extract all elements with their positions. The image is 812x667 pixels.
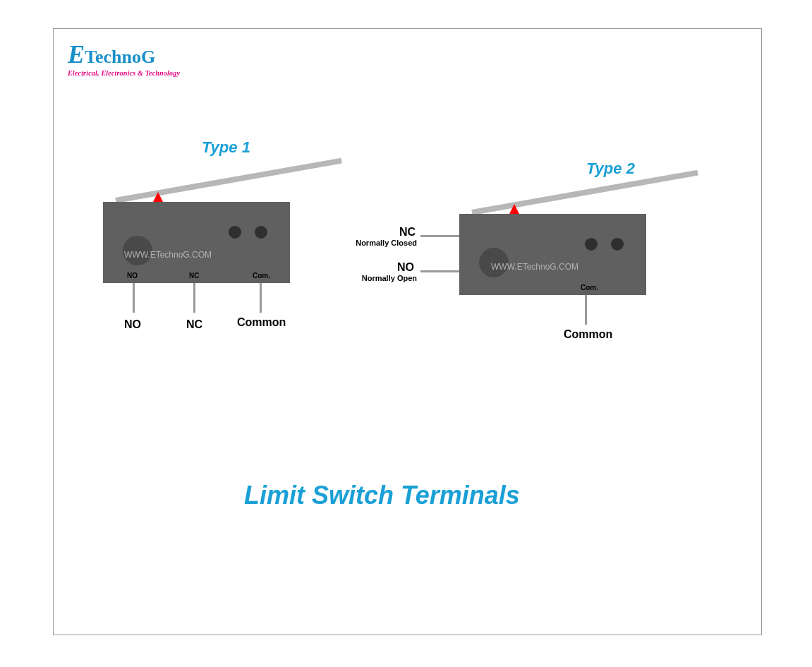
logo-brand-rest: TechnoG: [85, 47, 155, 67]
type2-label-common: Common: [564, 328, 612, 341]
logo-letter-e: E: [68, 40, 85, 68]
type1-hole-small-2: [255, 226, 267, 239]
type2-pin-nc: [420, 235, 459, 237]
type1-label-no: NO: [124, 318, 141, 331]
type2-pin-no: [420, 270, 459, 272]
type2-hole-small-2: [611, 238, 624, 251]
type1-pin-no: [133, 283, 135, 313]
type1-body: WWW.ETechnoG.COM NO NC Com.: [103, 202, 290, 283]
main-title: Limit Switch Terminals: [244, 481, 520, 510]
type1-label-common: Common: [237, 316, 286, 329]
type1-label-nc: NC: [186, 318, 202, 331]
type1-body-label-com: Com.: [253, 272, 270, 280]
type2-label-no: NO: [397, 261, 414, 274]
type2-body: WWW.ETechnoG.COM Com.: [459, 214, 646, 295]
type1-pin-nc: [193, 283, 195, 313]
type2-lever: [471, 170, 698, 215]
type2-body-label-com: Com.: [581, 284, 598, 292]
type2-label-no-full: Normally Open: [353, 274, 417, 282]
type1-body-label-nc: NC: [189, 272, 199, 280]
type2-label-nc-full: Normally Closed: [353, 239, 417, 247]
type1-lever: [115, 158, 341, 203]
logo: ETechnoG Electrical, Electronics & Techn…: [68, 40, 180, 77]
type2-title: Type 2: [586, 160, 635, 178]
type1-title: Type 1: [202, 138, 250, 157]
type1-pin-com: [260, 283, 262, 313]
diagram-frame: ETechnoG Electrical, Electronics & Techn…: [53, 28, 762, 635]
logo-tagline: Electrical, Electronics & Technology: [68, 69, 180, 77]
type2-watermark: WWW.ETechnoG.COM: [491, 262, 578, 272]
type1-watermark: WWW.ETechnoG.COM: [124, 250, 212, 260]
type2-hole-small-1: [585, 238, 598, 251]
type1-hole-small-1: [229, 226, 241, 239]
type2-pin-com: [585, 295, 587, 325]
type1-body-label-no: NO: [127, 272, 138, 280]
type2-label-nc: NC: [399, 226, 416, 239]
